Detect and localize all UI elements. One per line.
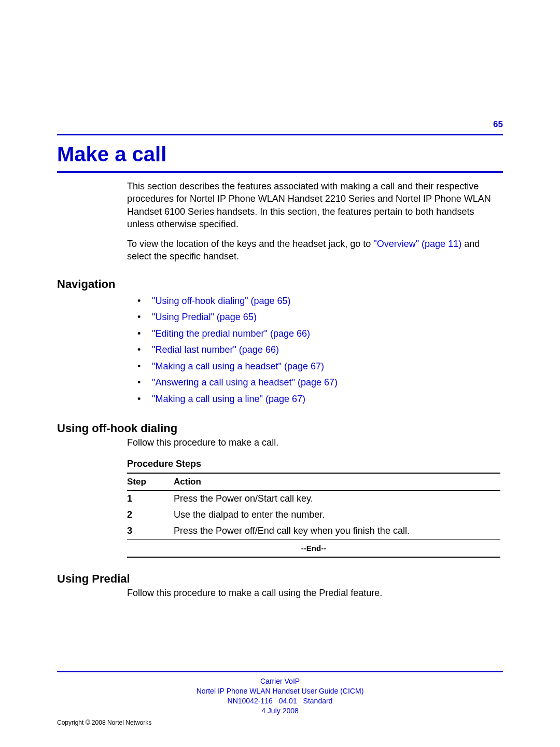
- nav-link-headset-answer[interactable]: "Answering a call using a headset" (page…: [137, 375, 503, 391]
- section-predial-heading: Using Predial: [57, 572, 503, 586]
- footer-copyright: Copyright © 2008 Nortel Networks: [57, 719, 503, 726]
- page-footer: Carrier VoIP Nortel IP Phone WLAN Handse…: [57, 671, 503, 726]
- step-action: Use the dialpad to enter the number.: [174, 509, 500, 520]
- footer-line1: Carrier VoIP: [57, 676, 503, 686]
- table-row: 1 Press the Power on/Start call key.: [127, 491, 500, 507]
- table-header-action: Action: [174, 477, 500, 487]
- section-offhook-heading: Using off-hook dialing: [57, 422, 503, 435]
- intro-paragraph-2: To view the location of the keys and the…: [127, 238, 500, 263]
- table-row: 3 Press the Power off/End call key when …: [127, 523, 500, 539]
- page-number: 65: [57, 119, 503, 130]
- table-rule: [127, 557, 500, 558]
- footer-rule: [57, 671, 503, 672]
- section-offhook-intro: Follow this procedure to make a call.: [127, 436, 500, 449]
- title-rule-top: [57, 134, 503, 135]
- step-number: 3: [127, 525, 174, 536]
- footer-doc-num: NN10042-116: [228, 696, 273, 706]
- chapter-title: Make a call: [57, 143, 503, 166]
- footer-doc-status: Standard: [303, 696, 333, 706]
- table-header-step: Step: [127, 477, 174, 487]
- overview-link[interactable]: "Overview" (page 11): [373, 239, 461, 249]
- navigation-list: "Using off-hook dialing" (page 65) "Usin…: [137, 293, 503, 408]
- procedure-table: Step Action 1 Press the Power on/Start c…: [127, 473, 500, 558]
- nav-link-line[interactable]: "Making a call using a line" (page 67): [137, 391, 503, 408]
- nav-link-off-hook[interactable]: "Using off-hook dialing" (page 65): [137, 293, 503, 310]
- nav-link-headset-call[interactable]: "Making a call using a headset" (page 67…: [137, 358, 503, 375]
- intro-paragraph-1: This section describes the features asso…: [127, 180, 500, 230]
- footer-date: 4 July 2008: [57, 706, 503, 716]
- footer-doc-rev: 04.01: [279, 696, 297, 706]
- title-rule-bottom: [57, 171, 503, 173]
- footer-line3: NN10042-116 04.01 Standard: [57, 696, 503, 706]
- table-end-marker: --End--: [127, 540, 500, 557]
- footer-line2: Nortel IP Phone WLAN Handset User Guide …: [57, 686, 503, 696]
- intro-text-pre: To view the location of the keys and the…: [127, 239, 373, 249]
- nav-link-edit-predial[interactable]: "Editing the predial number" (page 66): [137, 326, 503, 342]
- procedure-steps-label: Procedure Steps: [127, 459, 503, 469]
- step-action: Press the Power off/End call key when yo…: [174, 525, 500, 536]
- section-predial-intro: Follow this procedure to make a call usi…: [127, 587, 500, 599]
- table-header-row: Step Action: [127, 474, 500, 490]
- navigation-heading: Navigation: [57, 278, 503, 291]
- step-number: 2: [127, 509, 174, 520]
- nav-link-redial[interactable]: "Redial last number" (page 66): [137, 342, 503, 358]
- step-number: 1: [127, 493, 174, 504]
- nav-link-predial[interactable]: "Using Predial" (page 65): [137, 309, 503, 326]
- table-row: 2 Use the dialpad to enter the number.: [127, 507, 500, 523]
- step-action: Press the Power on/Start call key.: [174, 493, 500, 504]
